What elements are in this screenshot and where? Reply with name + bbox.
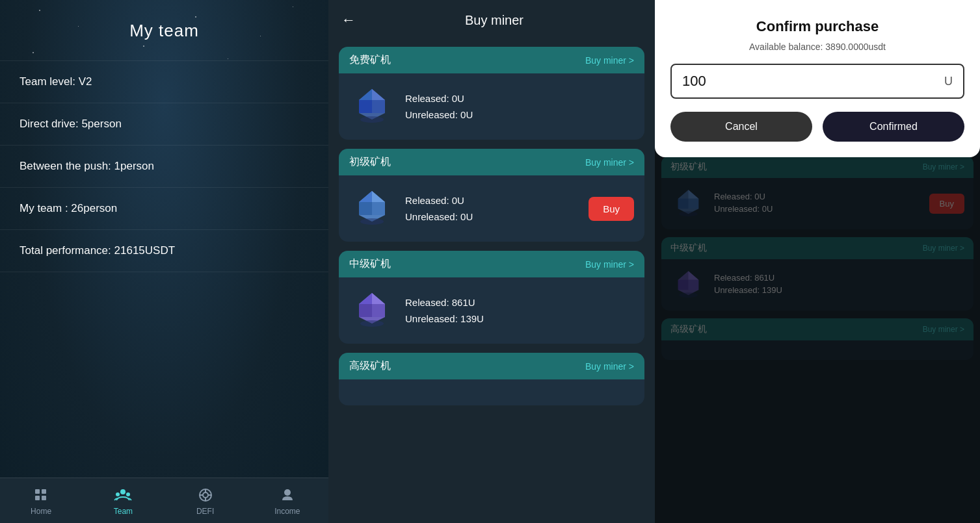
- miner-unreleased-mid: Unreleased: 139U: [405, 313, 634, 324]
- svg-point-13: [284, 489, 291, 496]
- confirm-balance-label: Available balance:: [749, 42, 823, 52]
- svg-marker-21: [372, 191, 385, 202]
- confirm-amount-unit: U: [944, 75, 953, 88]
- svg-point-19: [360, 116, 384, 123]
- nav-item-team[interactable]: Team: [82, 486, 164, 516]
- svg-marker-27: [372, 293, 385, 304]
- svg-marker-30: [359, 293, 372, 304]
- stat-between-push: Between the push: 1person: [0, 146, 328, 188]
- svg-marker-15: [372, 89, 385, 100]
- miner-card-header-basic: 初级矿机 Buy miner >: [339, 149, 644, 175]
- miner-card-body-basic: Released: 0U Unreleased: 0U Buy: [339, 175, 644, 242]
- miner-card-body-mid: Released: 861U Unreleased: 139U: [339, 277, 644, 344]
- miner-released-mid: Released: 861U: [405, 297, 634, 308]
- nav-item-defi[interactable]: DEFI: [165, 486, 246, 516]
- svg-marker-16: [372, 100, 385, 113]
- miner-card-title-high: 高级矿机: [349, 359, 391, 373]
- confirm-amount-value[interactable]: 100: [682, 73, 944, 90]
- cancel-button[interactable]: Cancel: [670, 112, 812, 142]
- stat-total-performance: Total performance: 21615USDT: [0, 230, 328, 272]
- miner-card-link-high[interactable]: Buy miner >: [585, 361, 634, 372]
- svg-rect-0: [35, 489, 40, 494]
- confirm-modal: Confirm purchase Available balance: 3890…: [655, 0, 980, 157]
- confirm-balance: Available balance: 3890.0000usdt: [670, 42, 964, 52]
- stat-my-team: My team : 26person: [0, 188, 328, 230]
- svg-point-25: [360, 218, 384, 225]
- buy-button-basic[interactable]: Buy: [589, 197, 634, 221]
- svg-point-4: [120, 489, 126, 494]
- miner-card-mid: 中级矿机 Buy miner > Released: 861U Unreleas…: [339, 251, 644, 344]
- miner-header: ← Buy miner: [328, 0, 655, 40]
- miner-stats-basic: Released: 0U Unreleased: 0U: [405, 195, 578, 222]
- svg-marker-28: [372, 304, 385, 317]
- svg-point-5: [116, 492, 120, 496]
- confirmed-button[interactable]: Confirmed: [823, 112, 964, 142]
- miner-card-body-free: Released: 0U Unreleased: 0U: [339, 73, 644, 140]
- svg-marker-24: [359, 191, 372, 202]
- svg-marker-23: [359, 202, 372, 215]
- miner-card-link-free[interactable]: Buy miner >: [585, 55, 634, 66]
- miner-released-basic: Released: 0U: [405, 195, 578, 206]
- miner-card-link-basic[interactable]: Buy miner >: [585, 157, 634, 168]
- miner-card-title-mid: 中级矿机: [349, 257, 391, 271]
- miner-stats-mid: Released: 861U Unreleased: 139U: [405, 297, 634, 324]
- miner-card-header-high: 高级矿机 Buy miner >: [339, 353, 644, 379]
- stat-direct-drive: Direct drive: 5person: [0, 103, 328, 146]
- miner-card-header-mid: 中级矿机 Buy miner >: [339, 251, 644, 277]
- miner-released-free: Released: 0U: [405, 93, 634, 104]
- confirm-input-row: 100 U: [670, 64, 964, 99]
- nav-item-income[interactable]: Income: [246, 486, 328, 516]
- miner-card-high: 高级矿机 Buy miner >: [339, 353, 644, 405]
- team-stats: Team level: V2 Direct drive: 5person Bet…: [0, 54, 328, 478]
- svg-rect-2: [42, 489, 46, 494]
- svg-point-6: [126, 492, 130, 496]
- miner-icon-mid: [349, 288, 395, 333]
- home-icon: [32, 486, 50, 504]
- defi-icon: [196, 486, 215, 504]
- svg-point-31: [360, 320, 384, 327]
- confirm-buttons: Cancel Confirmed: [670, 112, 964, 142]
- nav-label-team: Team: [114, 507, 133, 516]
- team-content: My team Team level: V2 Direct drive: 5pe…: [0, 0, 328, 523]
- panel-confirm: 初级矿机 Buy miner > Released: 0U Unreleased…: [655, 0, 980, 523]
- svg-marker-18: [359, 89, 372, 100]
- confirm-balance-value: 3890.0000usdt: [825, 42, 886, 52]
- miner-card-basic: 初级矿机 Buy miner > Released: 0U Unreleased…: [339, 149, 644, 242]
- miner-stats-free: Released: 0U Unreleased: 0U: [405, 93, 634, 120]
- miner-icon-free: [349, 84, 395, 129]
- miner-page-title: Buy miner: [366, 13, 622, 28]
- panel-buy-miner: ← Buy miner 免费矿机 Buy miner > Released:: [328, 0, 655, 523]
- team-icon: [114, 486, 132, 504]
- back-button[interactable]: ←: [341, 12, 356, 29]
- miner-unreleased-basic: Unreleased: 0U: [405, 211, 578, 222]
- svg-rect-1: [35, 496, 40, 500]
- nav-label-home: Home: [31, 507, 51, 516]
- miner-card-header-free: 免费矿机 Buy miner >: [339, 47, 644, 73]
- svg-marker-17: [359, 100, 372, 113]
- team-title: My team: [0, 0, 328, 54]
- nav-label-defi: DEFI: [196, 507, 214, 516]
- stat-team-level: Team level: V2: [0, 60, 328, 103]
- confirm-title: Confirm purchase: [670, 18, 964, 35]
- bottom-nav: Home Team: [0, 478, 328, 523]
- miner-card-body-high: [339, 379, 644, 405]
- svg-marker-29: [359, 304, 372, 317]
- miner-card-link-mid[interactable]: Buy miner >: [585, 259, 634, 270]
- miner-card-title-free: 免费矿机: [349, 53, 391, 67]
- income-icon: [278, 486, 297, 504]
- nav-item-home[interactable]: Home: [0, 486, 82, 516]
- miner-card-title-basic: 初级矿机: [349, 155, 391, 169]
- svg-marker-22: [372, 202, 385, 215]
- panel-team: My team Team level: V2 Direct drive: 5pe…: [0, 0, 328, 523]
- miner-unreleased-free: Unreleased: 0U: [405, 109, 634, 120]
- miner-card-free: 免费矿机 Buy miner > Released: 0U Unreleased…: [339, 47, 644, 140]
- svg-point-8: [203, 492, 208, 498]
- miner-card-list: 免费矿机 Buy miner > Released: 0U Unreleased…: [328, 40, 655, 523]
- miner-icon-basic: [349, 186, 395, 231]
- svg-rect-3: [42, 496, 46, 500]
- nav-label-income: Income: [274, 507, 300, 516]
